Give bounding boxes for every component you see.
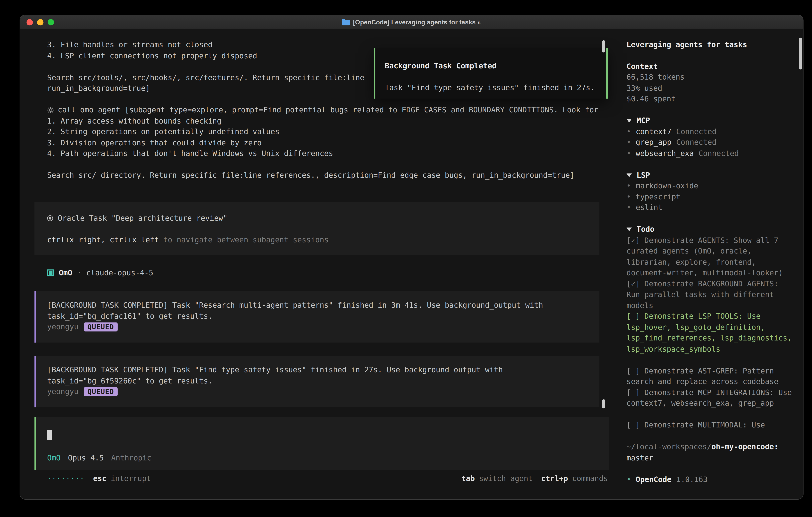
lsp-name: markdown-oxide (636, 182, 698, 190)
lsp-item: typescript (627, 191, 793, 202)
tab-key: tab (461, 473, 475, 484)
tab-label: switch agent (479, 473, 533, 484)
oracle-hint: ctrl+x right, ctrl+x left to navigate be… (47, 235, 587, 245)
mcp-status: Connected (676, 138, 717, 146)
context-spent: $0.46 spent (627, 93, 793, 104)
status-dot: • (627, 474, 631, 485)
todo-text: Demonstrate MCP INTEGRATIONS: Use contex… (627, 388, 792, 407)
todo-item-active: [ ] Demonstrate LSP TOOLS: Use lsp_hover… (627, 311, 793, 354)
context-used: 33% used (627, 83, 793, 93)
workspace-branch: master (627, 453, 654, 462)
esc-key: esc (93, 473, 107, 484)
todo-text: Demonstrate LSP TOOLS: Use lsp_hover, ls… (627, 312, 792, 353)
message-author: yeongyu (47, 322, 79, 332)
context-tokens: 66,518 tokens (627, 72, 793, 83)
oracle-task-title: Oracle Task "Deep architecture review" (58, 214, 228, 222)
transcript-line: 3. Division operations that could divide… (20, 137, 609, 148)
app-version-footer: • OpenCode 1.0.163 (627, 474, 793, 485)
transcript-line: Search src/ directory. Return specific f… (20, 170, 609, 181)
mcp-status: Connected (698, 149, 739, 157)
oracle-hint-keys: ctrl+x right, ctrl+x left (47, 236, 159, 244)
input-provider-name: Anthropic (111, 452, 151, 463)
transcript-line: 1. Array access without bounds checking (20, 115, 609, 126)
transcript-line: 4. Path operations that don't handle Win… (20, 148, 609, 159)
transcript-pane: 3. File handles or streams not closed 4.… (20, 29, 609, 499)
mcp-name: grep_app (636, 138, 671, 146)
message-text: [BACKGROUND TASK COMPLETED] Task "Resear… (47, 300, 589, 322)
todo-item: [ ] Demonstrate MCP INTEGRATIONS: Use co… (627, 387, 793, 409)
transcript-scrollbar-thumb[interactable] (602, 400, 605, 408)
lsp-name: typescript (636, 192, 680, 201)
folder-icon (342, 19, 350, 25)
prompt-input[interactable]: OmO Opus 4.5 Anthropic (34, 417, 609, 470)
zoom-window-button[interactable] (48, 19, 54, 25)
gear-icon (47, 107, 54, 113)
todo-checkbox: [✓] (627, 236, 640, 244)
oracle-hint-text: to navigate between subagent sessions (159, 236, 329, 244)
todo-checkbox: [✓] (627, 279, 640, 288)
minimize-window-button[interactable] (37, 19, 44, 25)
screen: [OpenCode] Leveraging agents for tasks ◐… (0, 0, 812, 517)
window-titlebar[interactable]: [OpenCode] Leveraging agents for tasks ◐ (20, 16, 803, 29)
mcp-name: websearch_exa (636, 149, 694, 157)
transcript-scrollbar-thumb[interactable] (602, 40, 605, 53)
mcp-heading: MCP (637, 115, 650, 126)
todo-section-header[interactable]: Todo (627, 224, 793, 235)
commands-hint: ctrl+pcommands (541, 473, 608, 484)
toast-body: Task "Find type safety issues" finished … (385, 82, 599, 93)
lsp-name: eslint (636, 203, 663, 212)
traffic-lights (27, 16, 54, 29)
input-model-name: Opus 4.5 (68, 452, 104, 463)
todo-checkbox: [ ] (627, 420, 640, 429)
todo-text: Demonstrate AGENTS: Show all 7 curated a… (627, 236, 783, 277)
mcp-item: websearch_exaConnected (627, 148, 793, 159)
input-agent-name: OmO (47, 452, 61, 463)
queued-badge: QUEUED (84, 322, 118, 331)
app-name: OpenCode (636, 474, 671, 485)
sidebar-scrollbar-thumb[interactable] (799, 37, 802, 70)
window-title-area: [OpenCode] Leveraging agents for tasks ◐ (20, 19, 803, 26)
background-task-toast[interactable]: Background Task Completed Task "Find typ… (374, 48, 608, 99)
session-sidebar: Leveraging agents for tasks Context 66,5… (609, 29, 803, 499)
todo-text: Demonstrate AST-GREP: Pattern search and… (627, 366, 778, 386)
lsp-heading: LSP (637, 169, 650, 180)
esc-hint: escinterrupt (93, 473, 151, 484)
mcp-name: context7 (636, 127, 671, 136)
session-title: Leveraging agents for tasks (627, 39, 793, 50)
queued-badge: QUEUED (84, 387, 118, 396)
oracle-task-box: Oracle Task "Deep architecture review" c… (34, 202, 600, 255)
text-cursor (47, 430, 52, 440)
workspace-repo: oh-my-opencode: (711, 442, 778, 451)
toast-title: Background Task Completed (385, 60, 599, 71)
queued-message: [BACKGROUND TASK COMPLETED] Task "Find t… (34, 356, 600, 407)
app-version: 1.0.163 (676, 474, 708, 485)
workspace-dir: ~/local-workspaces/ (627, 442, 712, 451)
lsp-item: eslint (627, 202, 793, 213)
mcp-section-header[interactable]: MCP (627, 115, 793, 126)
lsp-item: markdown-oxide (627, 181, 793, 191)
tool-call-text: call_omo_agent [subagent_type=explore, p… (58, 106, 598, 114)
fisheye-icon (47, 215, 53, 221)
todo-checkbox: [ ] (627, 388, 640, 397)
opencode-window: [OpenCode] Leveraging agents for tasks ◐… (20, 15, 804, 499)
tab-hint: tabswitch agent (461, 473, 533, 484)
todo-text: Demonstrate MULTIMODAL: Use (644, 420, 765, 429)
esc-label: interrupt (111, 473, 151, 484)
message-text: [BACKGROUND TASK COMPLETED] Task "Find t… (47, 364, 589, 386)
tool-call-line: call_omo_agent [subagent_type=explore, p… (20, 105, 609, 115)
todo-item: [ ] Demonstrate AST-GREP: Pattern search… (627, 365, 793, 387)
commands-label: commands (572, 473, 608, 484)
chevron-down-icon (627, 119, 632, 123)
agent-separator: · (77, 267, 81, 278)
status-bar: ········ escinterrupt tabswitch agent ct… (20, 473, 609, 484)
working-spinner: ········ (47, 473, 85, 484)
queued-message: [BACKGROUND TASK COMPLETED] Task "Resear… (34, 291, 600, 343)
message-author: yeongyu (47, 386, 79, 397)
mcp-status: Connected (676, 127, 717, 136)
input-meta: OmO Opus 4.5 Anthropic (47, 452, 151, 463)
close-window-button[interactable] (27, 19, 33, 25)
todo-text: Demonstrate BACKGROUND AGENTS: Run paral… (627, 279, 778, 309)
lsp-section-header[interactable]: LSP (627, 169, 793, 180)
agent-square-icon (47, 269, 54, 276)
window-title: [OpenCode] Leveraging agents for tasks ◐ (353, 19, 481, 26)
